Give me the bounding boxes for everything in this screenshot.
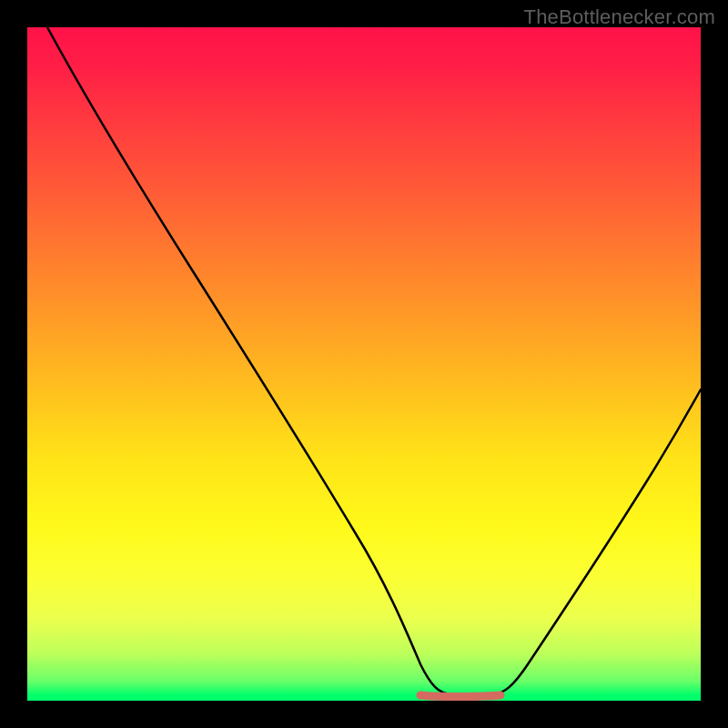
bottleneck-curve (47, 27, 701, 694)
watermark-text: TheBottlenecker.com (524, 5, 715, 29)
curve-layer (27, 27, 701, 701)
plot-area (27, 27, 701, 701)
chart-frame: TheBottlenecker.com (0, 0, 728, 728)
flat-minimum-highlight (420, 695, 500, 697)
